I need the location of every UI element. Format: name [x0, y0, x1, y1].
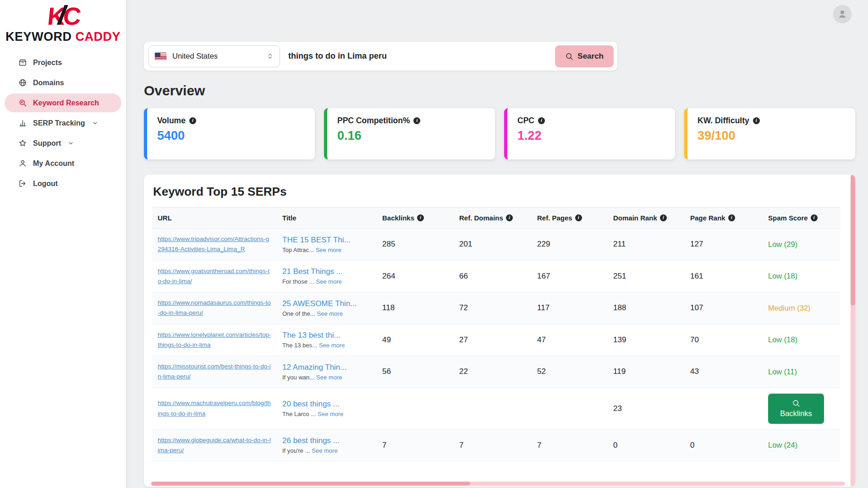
sidebar-item-support[interactable]: Support — [5, 134, 121, 153]
overview-cards: Volume i5400PPC Competition% i0.16CPC i1… — [144, 108, 855, 159]
result-title-link[interactable]: 21 Best Things ... — [282, 267, 371, 276]
user-avatar[interactable] — [834, 5, 851, 22]
result-title-link[interactable]: THE 15 BEST Thi... — [282, 236, 371, 245]
column-header-ref-pages: Ref. Pages i — [532, 208, 608, 229]
stat-card-value: 1.22 — [517, 129, 665, 143]
stat-card-volume: Volume i5400 — [144, 108, 315, 159]
result-url-link[interactable]: https://www.nomadasaurus.com/things-to-d… — [158, 298, 271, 318]
result-url-link[interactable]: https://misstourist.com/best-things-to-d… — [158, 362, 271, 382]
support-icon — [18, 139, 27, 148]
url-cell: https://www.lonelyplanet.com/articles/to… — [152, 324, 277, 356]
title-cell: The 13 best thi...The 13 bes...See more — [277, 324, 377, 356]
metric-cell: 167 — [532, 260, 608, 292]
info-icon[interactable]: i — [575, 214, 582, 221]
url-cell: https://www.nomadasaurus.com/things-to-d… — [152, 292, 277, 324]
url-cell: https://www.tripadvisor.com/Attractions-… — [152, 229, 277, 261]
sidebar-item-projects[interactable]: Projects — [5, 53, 121, 72]
metric-cell: 23 — [608, 388, 685, 429]
sidebar-item-keyword-research[interactable]: Keyword Research — [5, 93, 121, 112]
see-more-link[interactable]: See more — [316, 247, 341, 253]
keyword-caddy-logo-icon: KC — [46, 4, 80, 28]
result-title-link[interactable]: The 13 best thi... — [282, 331, 371, 340]
keyword-caddy-logo[interactable]: KC KEYWORD CADDY — [0, 0, 126, 49]
title-cell: 12 Amazing Thin...If you wan...See more — [277, 356, 377, 388]
result-url-link[interactable]: https://www.lonelyplanet.com/articles/to… — [158, 330, 271, 351]
metric-cell: 229 — [532, 229, 608, 261]
url-cell: https://www.machutravelperu.com/blog/thi… — [152, 388, 277, 429]
sidebar-item-serp-tracking[interactable]: SERP Tracking — [5, 114, 121, 132]
sidebar-item-domains[interactable]: Domains — [5, 73, 121, 92]
metric-cell: 139 — [608, 324, 685, 356]
country-select[interactable]: United States — [148, 45, 280, 67]
metric-cell: 7 — [377, 429, 454, 461]
result-url-link[interactable]: https://www.goatsontheroad.com/things-to… — [158, 266, 271, 287]
search-icon — [565, 52, 573, 60]
sidebar-item-my-account[interactable]: My Account — [5, 154, 121, 173]
horizontal-scrollbar-thumb[interactable] — [151, 482, 470, 486]
person-icon — [837, 8, 848, 19]
metric-cell: 22 — [454, 356, 532, 388]
vertical-scrollbar[interactable] — [851, 175, 855, 487]
metric-cell: 52 — [532, 356, 608, 388]
info-icon[interactable]: i — [811, 214, 818, 221]
stat-card-label: CPC i — [517, 116, 665, 126]
see-more-link[interactable]: See more — [317, 310, 343, 317]
chevron-down-icon — [92, 120, 99, 126]
spam-score-value: Low (18) — [768, 272, 797, 280]
backlinks-button[interactable]: Backlinks — [768, 394, 824, 424]
info-icon[interactable]: i — [417, 214, 424, 221]
result-title-link[interactable]: 12 Amazing Thin... — [282, 363, 371, 372]
info-icon[interactable]: i — [506, 214, 513, 221]
metric-cell: 7 — [532, 429, 608, 461]
title-cell: 21 Best Things ...For those ...See more — [277, 260, 377, 292]
metric-cell: 56 — [377, 356, 454, 388]
sidebar-item-label: Logout — [33, 180, 58, 188]
metric-cell — [532, 388, 608, 429]
us-flag-icon — [154, 52, 167, 60]
see-more-link[interactable]: See more — [319, 342, 345, 349]
spam-score-cell: Low (18) — [763, 260, 841, 292]
search-button[interactable]: Search — [555, 45, 614, 67]
url-cell: https://www.globeguide.ca/what-to-do-in-… — [152, 429, 277, 461]
sidebar-item-label: Projects — [33, 59, 62, 67]
title-cell: THE 15 BEST Thi...Top Attrac...See more — [277, 229, 377, 261]
info-icon[interactable]: i — [538, 117, 545, 124]
see-more-link[interactable]: See more — [316, 278, 341, 285]
column-header-title: Title — [277, 208, 377, 229]
stat-card-kw-difficulty: KW. Difficulty i39/100 — [684, 108, 855, 159]
page: KC KEYWORD CADDY ProjectsDomainsKeyword … — [0, 0, 868, 488]
metric-cell: 0 — [685, 429, 763, 461]
column-header-domain-rank: Domain Rank i — [608, 208, 685, 229]
search-input[interactable] — [280, 51, 555, 61]
result-url-link[interactable]: https://www.tripadvisor.com/Attractions-… — [158, 234, 271, 255]
vertical-scrollbar-thumb[interactable] — [851, 175, 855, 306]
see-more-link[interactable]: See more — [318, 411, 343, 417]
keyword-research-icon — [18, 99, 27, 107]
info-icon[interactable]: i — [728, 214, 735, 221]
result-title-link[interactable]: 20 best things ... — [282, 400, 371, 409]
serp-table-row: https://www.goatsontheroad.com/things-to… — [152, 260, 841, 292]
result-title-link[interactable]: 26 best things ... — [282, 436, 371, 445]
info-icon[interactable]: i — [189, 117, 196, 124]
spam-score-value: Medium (32) — [768, 304, 811, 312]
result-url-link[interactable]: https://www.globeguide.ca/what-to-do-in-… — [158, 435, 271, 456]
see-more-link[interactable]: See more — [316, 374, 342, 381]
url-cell: https://misstourist.com/best-things-to-d… — [152, 356, 277, 388]
info-icon[interactable]: i — [660, 214, 667, 221]
sidebar: KC KEYWORD CADDY ProjectsDomainsKeyword … — [0, 0, 126, 488]
info-icon[interactable]: i — [753, 117, 760, 124]
metric-cell: 49 — [377, 324, 454, 356]
info-icon[interactable]: i — [413, 117, 420, 124]
horizontal-scrollbar[interactable] — [151, 482, 845, 486]
country-label: United States — [172, 52, 261, 60]
sidebar-item-logout[interactable]: Logout — [5, 174, 121, 193]
metric-cell: 27 — [454, 324, 532, 356]
metric-cell: 107 — [685, 292, 763, 324]
stat-card-value: 5400 — [157, 129, 305, 143]
result-url-link[interactable]: https://www.machutravelperu.com/blog/thi… — [158, 398, 271, 419]
result-title-link[interactable]: 25 AWESOME Thin... — [282, 299, 371, 308]
see-more-link[interactable]: See more — [312, 447, 337, 454]
spam-score-value: Low (18) — [768, 335, 797, 344]
column-header-backlinks: Backlinks i — [377, 208, 454, 229]
result-snippet: For those ...See more — [282, 278, 371, 285]
